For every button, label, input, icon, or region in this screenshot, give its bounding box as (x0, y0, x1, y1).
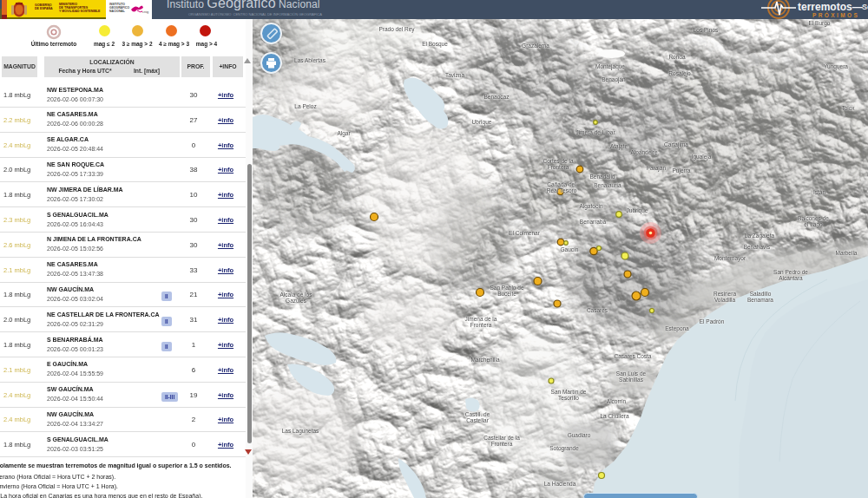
svg-text:PRÓXIMOS: PRÓXIMOS (812, 11, 859, 18)
